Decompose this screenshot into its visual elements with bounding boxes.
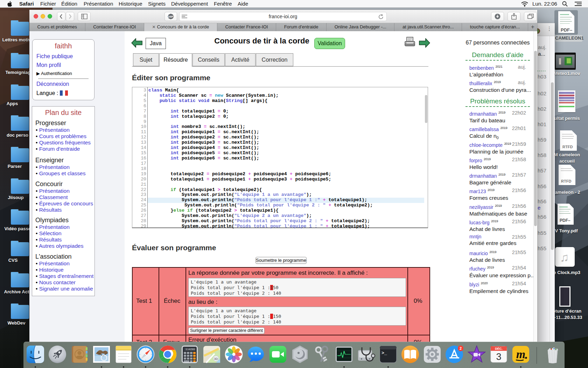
svg-text:m: m (516, 348, 525, 361)
svg-text:3: 3 (496, 352, 501, 362)
svg-text:3D: 3D (214, 357, 218, 361)
svg-text:DÉC.: DÉC. (495, 347, 503, 350)
svg-text:>_: >_ (382, 350, 387, 356)
svg-text:2: 2 (460, 346, 462, 350)
svg-text:3.141593: 3.141593 (186, 348, 195, 350)
svg-text:ABP: ABP (168, 15, 174, 18)
